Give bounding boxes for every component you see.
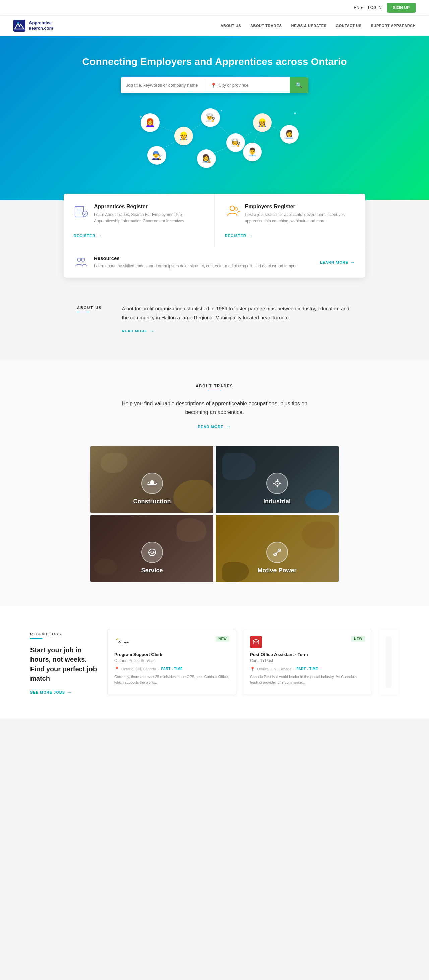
signup-button[interactable]: SIGN UP [387,3,416,13]
job-card-partial [379,629,399,695]
nav-about-us[interactable]: ABOUT US [220,24,241,28]
apprentices-desc: Learn About Trades, Search For Employmen… [94,212,204,224]
job-type-canada-post: PART - TIME [296,667,318,671]
logo-area[interactable]: Apprentice search.com [13,20,53,32]
svg-point-13 [220,110,222,111]
nav-about-trades[interactable]: ABOUT TRADES [250,24,282,28]
employers-title: Employers Register [245,204,356,210]
jobs-tagline: Start your job in hours, not weeks. Find… [30,645,97,683]
arrow-icon: → [248,233,254,239]
job-desc-canada-post: Canada Post is a world leader in the pos… [250,674,365,686]
hero-section: Connecting Employers and Apprentices acr… [0,36,429,200]
avatar-node: 👷 [174,127,193,145]
job-card-ontario[interactable]: Ontario NEW Program Support Clerk Ontari… [107,629,236,695]
industrial-label: Industrial [263,498,290,505]
job-title-canada-post: Post Office Assistant - Term [250,652,365,657]
resources-desc: Learn about the skilled trades and Lorem… [94,263,297,269]
avatar-node: 👨‍🍳 [201,108,220,127]
avatar-node: 👷‍♀️ [253,113,272,132]
language-selector[interactable]: EN ▾ [354,5,363,10]
svg-rect-14 [75,206,84,217]
svg-point-21 [77,258,81,261]
dot-separator: · [158,667,159,671]
apprentices-card: Apprentices Register Learn About Trades,… [64,194,215,247]
canada-post-logo [250,636,270,648]
trades-description: Help you find valuable descriptions of a… [121,399,308,416]
svg-rect-24 [150,481,154,484]
job-title-ontario: Program Support Clerk [114,652,229,657]
see-more-jobs-link[interactable]: SEE MORE JOBS → [30,690,97,695]
nav-links: ABOUT US ABOUT TRADES NEWS & UPDATES CON… [220,24,416,28]
svg-marker-32 [117,638,118,640]
about-read-more-link[interactable]: READ MORE → [122,328,352,334]
trade-card-industrial[interactable]: Industrial [215,446,338,513]
svg-text:Ontario: Ontario [118,640,129,644]
location-pin-icon: 📍 [211,83,217,88]
job-location-canada-post: Ottawa, ON, Canada [257,667,291,671]
job-location-ontario: Ontario, ON, Canada [121,667,156,671]
lang-label: EN [354,5,359,10]
new-badge-canada-post: NEW [351,636,365,642]
avatar-node: 👩‍🦰 [141,113,159,132]
main-nav: Apprentice search.com ABOUT US ABOUT TRA… [0,16,429,36]
trades-section-label: ABOUT TRADES [13,384,416,391]
about-section: ABOUT US A not-for-profit organization e… [64,304,365,334]
network-graphic: 👩‍🦰 👷 👨‍🍳 🧑‍🍳 👷‍♀️ 👩‍💼 👨‍🔧 👩‍🎨 👨‍💼 [121,107,308,173]
employers-icon [225,204,240,218]
arrow-icon: → [350,259,355,265]
industrial-icon-circle [266,473,288,494]
apprentices-icon [74,204,88,218]
recent-jobs-label: RECENT JOBS [30,632,97,639]
svg-point-19 [230,206,234,211]
new-badge-ontario: NEW [215,636,229,642]
svg-point-2 [18,22,19,24]
resources-icon [74,255,88,270]
arrow-icon: → [97,233,102,239]
construction-icon-circle [142,473,163,494]
avatar-node: 👩‍💼 [280,125,298,144]
svg-marker-31 [116,639,117,640]
job-card-canada-post[interactable]: NEW Post Office Assistant - Term Canada … [243,629,372,695]
arrow-icon: → [67,690,72,695]
dot-separator: · [293,667,294,671]
job-search-input[interactable] [121,78,205,92]
trade-card-motive[interactable]: Motive Power [215,515,338,582]
job-type-ontario: PART - TIME [161,667,183,671]
arrow-icon: → [226,424,231,430]
service-icon-circle [142,542,163,563]
trade-card-service[interactable]: Service [91,515,214,582]
top-bar: EN ▾ LOG IN SIGN UP [0,0,429,16]
location-input[interactable] [218,83,285,88]
avatar-node: 👨‍💼 [243,143,262,161]
lang-chevron: ▾ [360,5,363,10]
trade-card-construction[interactable]: Construction [91,446,214,513]
trades-grid: Construction Industrial [91,446,338,582]
job-company-ontario: Ontario Public Service [114,659,229,663]
apprentices-register-link[interactable]: REGISTER → [74,233,204,239]
arrow-icon: → [150,328,155,334]
location-pin-icon: 📍 [114,667,119,671]
construction-label: Construction [133,498,171,505]
avatar-node: 👨‍🔧 [147,146,166,165]
resources-row: Resources Learn about the skilled trades… [64,247,365,278]
search-button[interactable]: 🔍 [290,77,308,93]
resources-title: Resources [94,255,297,261]
nav-news[interactable]: NEWS & UPDATES [291,24,327,28]
service-label: Service [141,567,163,574]
trades-section: ABOUT TRADES Help you find valuable desc… [0,360,429,605]
svg-point-27 [276,483,278,484]
ontario-logo: Ontario [114,636,134,648]
top-bar-links: EN ▾ LOG IN SIGN UP [354,3,416,13]
svg-point-20 [235,208,238,210]
logo-text: Apprentice search.com [29,21,53,31]
jobs-cards: Ontario NEW Program Support Clerk Ontari… [107,629,399,695]
login-link[interactable]: LOG IN [368,5,382,10]
register-cards-row: Apprentices Register Learn About Trades,… [64,194,365,247]
trades-read-more-link[interactable]: READ MORE → [198,424,231,430]
resources-learn-link[interactable]: LEARN MORE → [320,259,355,265]
employers-register-link[interactable]: REGISTER → [225,233,356,239]
svg-point-22 [81,258,85,261]
nav-support[interactable]: SUPPORT APPSEARCH [371,24,416,28]
avatar-node: 🧑‍🍳 [226,133,245,152]
nav-contact[interactable]: CONTACT US [336,24,361,28]
